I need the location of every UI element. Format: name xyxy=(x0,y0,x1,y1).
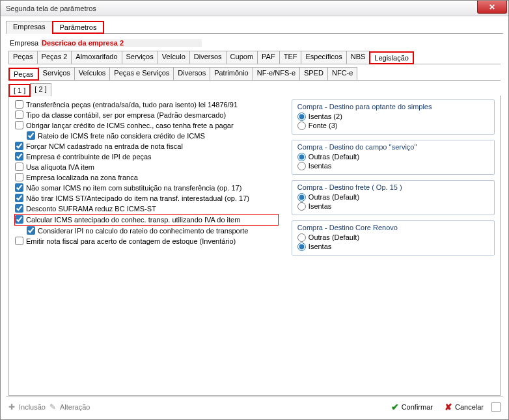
tab2-pecas-servicos[interactable]: Peças e Serviços xyxy=(109,67,174,80)
chk-zona-franca[interactable]: Empresa localizada na zona franca xyxy=(15,172,278,183)
tab-paf[interactable]: PAF xyxy=(257,51,280,64)
group-destino-frete: Compra - Destino frete ( Op. 15 ) Outras… xyxy=(292,180,495,215)
tab-cupom[interactable]: Cupom xyxy=(226,51,258,64)
tab-diversos[interactable]: Diversos xyxy=(189,51,227,64)
close-icon: ✕ xyxy=(489,3,495,12)
radio-groups-column: Compra - Destino para optante do simples… xyxy=(292,99,495,391)
group-core-renovo: Compra - Destino Core Renovo Outras (Def… xyxy=(292,220,495,256)
tabstrip-level1: Peças Peças 2 Almoxarifado Serviços Veíc… xyxy=(8,51,501,64)
tabstrip-level3: [ 1 ] [ 2 ] xyxy=(8,83,501,96)
tab3-1[interactable]: [ 1 ] xyxy=(8,84,31,97)
radio-isentas[interactable]: Isentas xyxy=(297,161,489,170)
radio-isentas-2[interactable]: Isentas (2) xyxy=(297,112,489,121)
chk-transferencia-pecas[interactable]: Transferência peças (entrada/saída, tudo… xyxy=(15,99,278,110)
empresa-row: Empresa Descricao da empresa 2 xyxy=(10,39,501,47)
inclusao-label: Inclusão xyxy=(19,403,46,411)
radio-outras-default[interactable]: Outras (Default) xyxy=(297,192,489,202)
group-optante-simples: Compra - Destino para optante do simples… xyxy=(292,99,495,135)
tab2-veiculos[interactable]: Veículos xyxy=(74,67,111,80)
empresa-name: Descricao da empresa 2 xyxy=(40,39,202,47)
bottom-toolbar: ✚ Inclusão ✎ Alteração ✔ Confirmar ✘ Can… xyxy=(6,396,503,417)
tab-legislacao[interactable]: Legislação xyxy=(369,51,414,64)
chk-considerar-ipi-rateio[interactable]: Considerar IPI no calculo do rateio do c… xyxy=(27,226,278,236)
chk-obrigar-credito-icms[interactable]: Obrigar lançar crédito de ICMS conhec., … xyxy=(15,120,278,131)
tab2-nfce[interactable]: NFC-e xyxy=(327,67,357,80)
tab-servicos[interactable]: Serviços xyxy=(122,51,158,64)
chk-empresa-contribuinte-ipi[interactable]: Empresa é contribuinte de IPI de peças xyxy=(15,151,278,162)
tab-pecas[interactable]: Peças xyxy=(8,51,38,64)
tab-veiculo[interactable]: Veículo xyxy=(158,51,190,64)
chk-calcular-icms-antecipado[interactable]: Calcular ICMS antecipado do conhec. tran… xyxy=(15,215,278,225)
tab2-patrimonio[interactable]: Patrimônio xyxy=(210,67,253,80)
content-area: Transferência peças (entrada/saída, tudo… xyxy=(8,96,501,396)
plus-icon: ✚ xyxy=(8,402,15,412)
tab3-2[interactable]: [ 2 ] xyxy=(30,83,51,96)
outer-tabstrip: Empresas Parâmetros xyxy=(6,20,508,33)
tabstrip-level2: Peças Serviços Veículos Peças e Serviços… xyxy=(8,67,501,80)
radio-outras-default[interactable]: Outras (Default) xyxy=(297,233,489,242)
checkbox-column: Transferência peças (entrada/saída, tudo… xyxy=(14,99,279,391)
exit-icon[interactable] xyxy=(491,402,501,412)
radio-fonte-3[interactable]: Fonte (3) xyxy=(297,121,489,130)
group-title: Compra - Destino para optante do simples xyxy=(297,103,489,111)
group-title: Compra - Destino do campo ''serviço'' xyxy=(297,143,489,151)
chk-forcar-ncm[interactable]: Forçar NCM cadastrado na entrada de nota… xyxy=(15,141,278,151)
check-icon: ✔ xyxy=(391,402,399,412)
tab-pecas2[interactable]: Peças 2 xyxy=(37,51,72,64)
window-title: Segunda tela de parâmetros xyxy=(6,5,96,12)
tab2-pecas[interactable]: Peças xyxy=(8,68,39,81)
tab-empresas[interactable]: Empresas xyxy=(6,21,53,34)
radio-outras-default[interactable]: Outras (Default) xyxy=(297,152,489,161)
radio-isentas[interactable]: Isentas xyxy=(297,202,489,211)
tab2-nfe[interactable]: NF-e/NFS-e xyxy=(253,67,300,80)
radio-isentas[interactable]: Isentas xyxy=(297,242,489,251)
alteracao-label: Alteração xyxy=(60,403,90,411)
group-title: Compra - Destino frete ( Op. 15 ) xyxy=(297,183,489,191)
edit-icon: ✎ xyxy=(49,402,56,412)
tab-nbs[interactable]: NBS xyxy=(346,51,370,64)
page-body: Empresa Descricao da empresa 2 Peças Peç… xyxy=(6,33,503,396)
group-destino-servico: Compra - Destino do campo ''serviço'' Ou… xyxy=(292,140,495,175)
tab2-sped[interactable]: SPED xyxy=(299,67,328,80)
tab-tef[interactable]: TEF xyxy=(279,51,302,64)
tab-parametros[interactable]: Parâmetros xyxy=(52,21,105,34)
tab-especificos[interactable]: Específicos xyxy=(301,51,346,64)
chk-tipo-classe-contabil[interactable]: Tipo da classe contábil, ser por empresa… xyxy=(15,110,278,120)
confirmar-button[interactable]: ✔ Confirmar xyxy=(387,400,437,413)
cancelar-button[interactable]: ✘ Cancelar xyxy=(441,400,488,413)
chk-desconto-suframa[interactable]: Desconto SUFRAMA reduz BC ICMS-ST xyxy=(15,203,278,214)
tab-almoxarifado[interactable]: Almoxarifado xyxy=(71,51,122,64)
chk-nao-tirar-icms-st[interactable]: Não tirar ICMS ST/Antecipado do item na … xyxy=(15,193,278,203)
close-button[interactable]: ✕ xyxy=(477,1,507,14)
chk-nao-somar-icms[interactable]: Não somar ICMS no item com substituição … xyxy=(15,183,278,193)
tab2-servicos[interactable]: Serviços xyxy=(38,67,75,80)
tab2-diversos[interactable]: Diversos xyxy=(173,67,210,80)
chk-emitir-nf-inventario[interactable]: Emitir nota fiscal para acerto de contag… xyxy=(15,236,278,246)
x-icon: ✘ xyxy=(445,402,452,412)
empresa-label: Empresa xyxy=(10,39,38,47)
window-titlebar: Segunda tela de parâmetros ✕ xyxy=(1,1,508,16)
chk-rateio-icms-frete[interactable]: Rateio de ICMS frete não considera crédi… xyxy=(27,131,278,141)
chk-usa-aliquota-iva[interactable]: Usa alíquota IVA item xyxy=(15,162,278,172)
group-title: Compra - Destino Core Renovo xyxy=(297,224,489,231)
